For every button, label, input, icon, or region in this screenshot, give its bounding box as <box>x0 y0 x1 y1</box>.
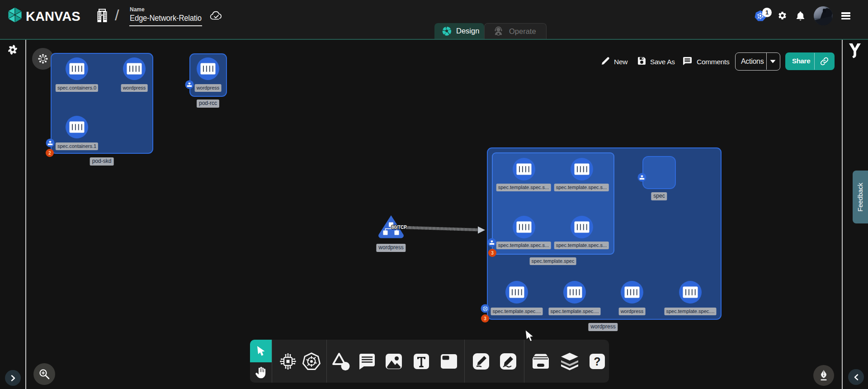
svg-text:80/TCP: 80/TCP <box>392 225 407 230</box>
svg-text:?: ? <box>594 355 600 368</box>
